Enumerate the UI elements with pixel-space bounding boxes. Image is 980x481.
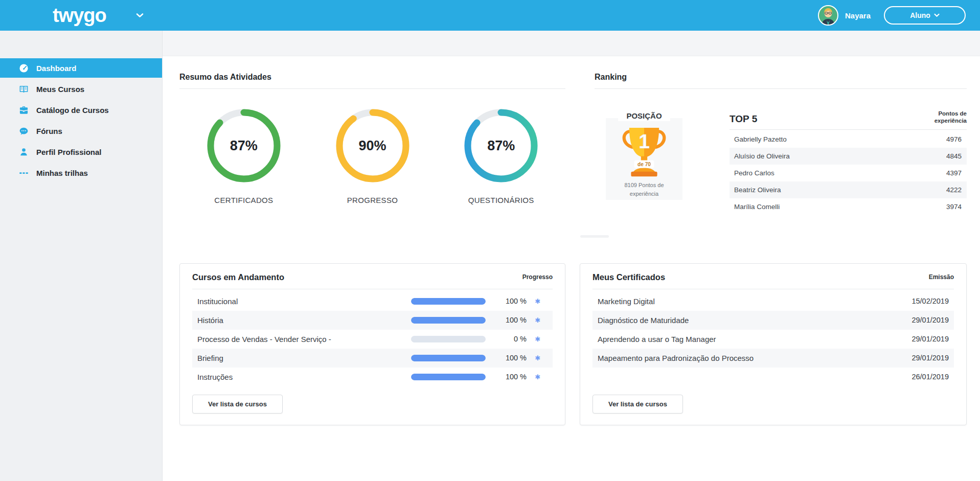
chevron-down-icon [934,13,940,17]
section-title-resumo: Resumo das Atividades [179,73,565,82]
student-name: Gabrielly Pazetto [734,135,787,143]
student-name: Marília Comelli [734,203,780,211]
sidebar-item-foruns[interactable]: Fóruns [0,121,162,141]
progress-percent: 100 % [495,354,527,362]
donut-questionarios: 87% QUESTIONÁRIOS [437,107,565,204]
student-points: 3974 [946,203,962,211]
my-certificates-card: Meus Certificados Emissão Marketing Digi… [580,263,967,425]
donut-label: PROGRESSO [347,196,398,204]
asterisk-icon[interactable]: ✱ [527,354,549,362]
dashes-icon [19,168,29,178]
points-column-header: Pontos de experiência [935,110,967,125]
course-row: História 100 % ✱ [192,311,553,330]
chat-bubble-icon [19,126,29,136]
student-name: Pedro Carlos [734,169,774,177]
certificates-card-title: Meus Certificados [592,272,665,282]
donut-progresso: 90% PROGRESSO [308,107,437,204]
top5-row: Gabrielly Pazetto 4976 [730,131,967,148]
progress-percent: 0 % [495,335,527,343]
topbar-user-area: Nayara Aluno [818,5,966,26]
certificate-name: Marketing Digital [598,297,655,306]
briefcase-icon [19,105,29,115]
donut-certificados: 87% CERTIFICADOS [179,107,308,204]
progress-percent: 100 % [495,297,527,305]
divider [730,129,967,130]
top5-row: Marília Comelli 3974 [730,198,967,215]
certificate-row: Diagnóstico de Maturidade 29/01/2019 [592,311,954,330]
asterisk-icon[interactable]: ✱ [527,297,549,305]
dashboard-gauge-icon [19,63,29,73]
divider [192,289,553,289]
content-top-strip [163,31,980,56]
certificate-date: 29/01/2019 [911,316,949,324]
role-selector-label: Aluno [910,11,930,19]
progress-percent: 100 % [495,373,527,381]
donut-label: CERTIFICADOS [214,196,273,204]
courses-in-progress-card: Cursos em Andamento Progresso Institucio… [179,263,565,425]
student-name: Aluísio de Oliveira [734,152,790,160]
position-total: de 70 [637,162,651,167]
divider [595,88,967,89]
sidebar-item-dashboard[interactable]: Dashboard [0,58,162,78]
donut-label: QUESTIONÁRIOS [468,196,534,204]
trophy-icon: 1 de 70 [617,122,671,179]
course-row: Processo de Vendas - Vender Serviço - 0 … [192,330,553,349]
experience-points-caption: 8109 Pontos de experiência [616,181,673,198]
student-name: Beatriz Oliveira [734,186,781,194]
user-name: Nayara [845,11,871,20]
sidebar-item-label: Dashboard [36,64,76,73]
top5-row: Beatriz Oliveira 4222 [730,181,967,198]
sidebar-item-perfil-profissional[interactable]: Perfil Profissional [0,142,162,162]
course-name: Processo de Vendas - Vender Serviço - [197,335,411,343]
top5-table: TOP 5 Pontos de experiência Gabr [730,110,967,215]
asterisk-icon[interactable]: ✱ [527,373,549,381]
certificate-name: Aprendendo a usar o Tag Manager [598,335,716,343]
org-dropdown-chevron-icon[interactable] [136,13,144,18]
progress-bar [411,298,486,305]
course-name: História [197,316,411,325]
certificate-date: 29/01/2019 [911,354,949,362]
progress-bar [411,374,486,380]
sidebar-item-label: Perfil Profissional [36,148,102,156]
twygo-logo[interactable]: twygo [53,5,106,27]
asterisk-icon[interactable]: ✱ [527,316,549,324]
book-icon [19,84,29,94]
progress-column-header: Progresso [522,273,553,281]
user-avatar[interactable] [818,5,838,26]
progress-bar [411,355,486,361]
divider [592,289,954,289]
course-name: Briefing [197,354,411,362]
role-selector-button[interactable]: Aluno [884,6,966,25]
activities-summary-section: Resumo das Atividades 87% [179,73,565,215]
sidebar-item-meus-cursos[interactable]: Meus Cursos [0,79,162,99]
see-course-list-button[interactable]: Ver lista de cursos [592,395,683,414]
ranking-section: Ranking POSIÇÃO [595,73,967,215]
progress-percent: 100 % [495,316,527,324]
course-name: Institucional [197,297,411,306]
courses-card-title: Cursos em Andamento [192,272,284,282]
course-row: Instruções 100 % ✱ [192,368,553,386]
position-label: POSIÇÃO [618,110,670,121]
donut-value: 87% [463,107,539,184]
asterisk-icon[interactable]: ✱ [527,335,549,343]
top5-title: TOP 5 [730,113,757,125]
course-name: Instruções [197,373,411,381]
sidebar-item-label: Catálogo de Cursos [36,106,109,114]
see-course-list-button[interactable]: Ver lista de cursos [192,395,283,414]
person-icon [19,147,29,157]
student-points: 4222 [946,186,962,194]
divider [179,88,565,89]
sidebar-item-catalogo-de-cursos[interactable]: Catálogo de Cursos [0,100,162,120]
course-row: Briefing 100 % ✱ [192,349,553,368]
certificate-name: Diagnóstico de Maturidade [598,316,689,325]
donut-value: 87% [206,107,282,184]
sidebar-item-minhas-trilhas[interactable]: Minhas trilhas [0,163,162,182]
certificate-date: 15/02/2019 [911,297,949,305]
certificate-row: Aprendendo a usar o Tag Manager 29/01/20… [592,330,954,349]
course-row: Institucional 100 % ✱ [192,292,553,311]
position-number: 1 [639,130,650,152]
progress-bar [411,336,486,342]
certificate-date: 29/01/2019 [911,335,949,343]
student-points: 4845 [946,152,962,160]
position-card: POSIÇÃO [606,110,682,215]
